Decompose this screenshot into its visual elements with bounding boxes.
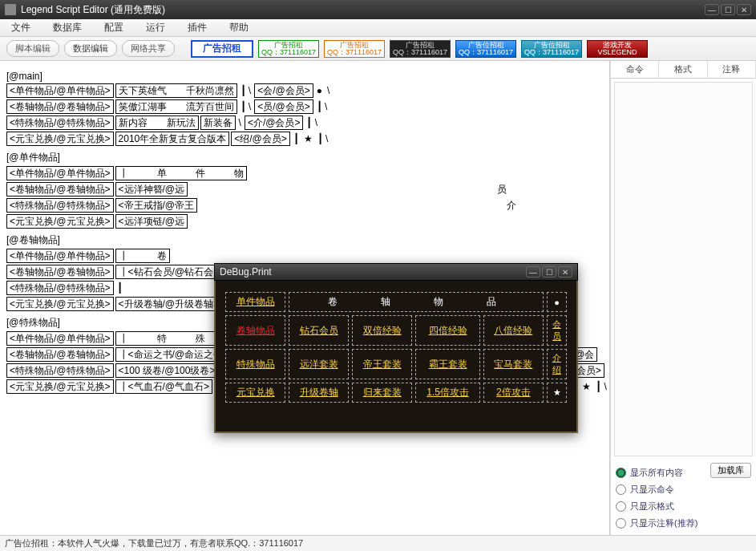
dbg-r2d[interactable]: 八倍经验: [483, 315, 544, 346]
opt-fmt[interactable]: 只显示格式: [616, 498, 751, 515]
cell-juan4[interactable]: <卷轴物品/@卷轴物品>: [6, 347, 114, 362]
dbg-r3d[interactable]: 宝马套装: [483, 349, 544, 379]
debug-window: DeBug.Print — ☐ ✕ 单件物品 卷 轴 物 品 ● 卷轴物品 钻石…: [214, 263, 578, 433]
workspace: [@main] <单件物品/@单件物品> 天下英雄气 千秋尚凛然 ┃ \ <会/…: [0, 61, 756, 535]
opt-cmt[interactable]: 只显示注释(推荐): [616, 515, 751, 532]
ad-6[interactable]: 广告位招租QQ：371116017: [521, 40, 582, 58]
cell-jianghu: 笑傲江湖事 流芳百世间: [115, 99, 237, 114]
cell-juan[interactable]: <卷轴物品/@卷轴物品>: [6, 99, 114, 114]
side-panel: 命令 格式 注释 加载库 显示所有内容 只显示命令 只显示格式 只显示注释(推荐…: [610, 61, 756, 535]
script-editor[interactable]: [@main] <单件物品/@单件物品> 天下英雄气 千秋尚凛然 ┃ \ <会/…: [0, 61, 610, 535]
ad-3[interactable]: 广告招租QQ：371116017: [324, 40, 385, 58]
dbg-r3b[interactable]: 帝王套装: [352, 349, 412, 379]
dbg-side2[interactable]: 会员: [547, 315, 567, 346]
cell-j100[interactable]: <100 级卷/@100级卷>: [115, 363, 219, 378]
section-juan: [@卷轴物品]: [6, 233, 603, 247]
cell-up[interactable]: <升级卷轴/@升级卷轴>: [115, 297, 223, 311]
cell-danji2[interactable]: <单件物品/@单件物品>: [6, 166, 114, 180]
cell-teshu[interactable]: <特殊物品/@特殊物品>: [6, 115, 114, 130]
dbg-r2b[interactable]: 双倍经验: [352, 315, 412, 346]
debug-close[interactable]: ✕: [558, 266, 572, 278]
radio-cmd[interactable]: [616, 484, 626, 495]
cell-jie[interactable]: <介/@会员>: [245, 115, 304, 130]
dot: ●: [315, 85, 324, 96]
window-title: Legend Script Editor (通用免费版): [21, 3, 165, 17]
dbg-r4a[interactable]: 升级卷轴: [289, 383, 349, 403]
debug-maximize[interactable]: ☐: [542, 266, 556, 278]
dbg-r4c1[interactable]: 元宝兑换: [225, 383, 285, 403]
toolbar: 脚本编辑 数据编辑 网络共享 广告招租 广告招租QQ：371116017 广告招…: [0, 37, 756, 61]
dbg-side1: ●: [547, 292, 567, 312]
cell-yuanbao2[interactable]: <元宝兑换/@元宝兑换>: [6, 214, 114, 229]
cell-yb4[interactable]: <元宝兑换/@元宝兑换>: [6, 379, 114, 394]
dbg-r1c1[interactable]: 单件物品: [225, 292, 285, 312]
cell-diwang[interactable]: <帝王戒指/@帝王: [115, 198, 198, 213]
dbg-r4c[interactable]: 1.5倍攻击: [415, 383, 480, 403]
tab-network-share[interactable]: 网络共享: [122, 40, 175, 57]
radio-all[interactable]: [616, 468, 626, 478]
tail: ┃ \: [239, 85, 253, 96]
maximize-button[interactable]: ☐: [721, 4, 735, 15]
debug-titlebar[interactable]: DeBug.Print — ☐ ✕: [214, 263, 578, 281]
cell-qixue[interactable]: ┃<气血石/@气血石>: [115, 379, 213, 394]
menu-file[interactable]: 文件: [0, 21, 42, 34]
cell-hero: 天下英雄气 千秋尚凛然: [115, 83, 237, 98]
opt-all[interactable]: 显示所有内容: [616, 464, 710, 481]
menu-run[interactable]: 运行: [135, 21, 176, 34]
dbg-side4: ★: [547, 383, 567, 403]
ad-7[interactable]: 游戏开发VSLEGEND: [587, 40, 648, 58]
cell-juan3[interactable]: <卷轴物品/@卷轴物品>: [6, 265, 114, 279]
cell-teshu2[interactable]: <特殊物品/@特殊物品>: [6, 198, 114, 213]
load-lib-button[interactable]: 加载库: [710, 463, 751, 478]
cell-teshu4[interactable]: <特殊物品/@特殊物品>: [6, 363, 114, 378]
menu-plugins[interactable]: 插件: [176, 21, 218, 34]
section-main: [@main]: [6, 71, 603, 82]
debug-title: DeBug.Print: [220, 266, 272, 278]
cell-yuanbao[interactable]: <元宝兑换/@元宝兑换>: [6, 132, 114, 146]
dbg-r3a[interactable]: 远洋套装: [289, 349, 349, 379]
side-list[interactable]: [614, 82, 753, 456]
dbg-r3c1[interactable]: 特殊物品: [225, 349, 285, 379]
menu-config[interactable]: 配置: [93, 21, 135, 34]
tab-data-edit[interactable]: 数据编辑: [64, 40, 117, 57]
side-tab-cmd[interactable]: 命令: [611, 61, 659, 78]
cell-teshu3[interactable]: <特殊物品/@特殊物品>: [6, 281, 114, 295]
cell-danji4[interactable]: <单件物品/@单件物品>: [6, 331, 114, 346]
cell-2010: 2010年全新复古复合版本: [115, 132, 230, 146]
dbg-r1c2: 卷 轴 物 品: [289, 292, 544, 312]
ad-2[interactable]: 广告招租QQ：371116017: [258, 40, 319, 58]
opt-cmd[interactable]: 只显示命令: [616, 481, 751, 498]
cell-yuanxiang[interactable]: <远洋神簪/@远: [115, 182, 188, 196]
radio-fmt[interactable]: [616, 501, 626, 512]
status-bar: 广告位招租：本软件人气火爆，下载量已过万，有意者联系QQ.：371116017: [0, 535, 756, 551]
ad-4[interactable]: 广告招租QQ：371116017: [390, 40, 451, 58]
side-tab-cmt[interactable]: 注释: [708, 61, 756, 78]
cell-hui[interactable]: <会/@会员>: [254, 83, 313, 98]
close-button[interactable]: ✕: [737, 4, 751, 15]
cell-shao[interactable]: <绍/@会员>: [231, 132, 290, 146]
cell-danji-head: ┃ 单 件 物: [115, 166, 247, 180]
radio-cmt[interactable]: [616, 518, 626, 529]
dbg-r2c1[interactable]: 卷轴物品: [225, 315, 285, 346]
cell-new1: 新内容 新玩法: [115, 115, 199, 130]
dbg-r4d[interactable]: 2倍攻击: [483, 383, 544, 403]
dbg-r2c[interactable]: 四倍经验: [415, 315, 480, 346]
ad-main[interactable]: 广告招租: [191, 40, 253, 58]
cell-yb3[interactable]: <元宝兑换/@元宝兑换>: [6, 297, 114, 311]
menu-help[interactable]: 帮助: [218, 21, 260, 34]
cell-danji3[interactable]: <单件物品/@单件物品>: [6, 249, 114, 263]
menu-database[interactable]: 数据库: [42, 21, 93, 34]
dbg-r2a[interactable]: 钻石会员: [289, 315, 349, 346]
cell-danji[interactable]: <单件物品/@单件物品>: [6, 83, 114, 98]
cell-juan2[interactable]: <卷轴物品/@卷轴物品>: [6, 182, 114, 196]
dbg-r4b[interactable]: 归来套装: [352, 383, 412, 403]
cell-xianglian[interactable]: <远洋项链/@远: [115, 214, 188, 229]
tab-script-edit[interactable]: 脚本编辑: [6, 40, 59, 57]
ad-5[interactable]: 广告位招租QQ：371116017: [455, 40, 516, 58]
debug-minimize[interactable]: —: [526, 266, 540, 278]
dbg-side3[interactable]: 介绍: [547, 349, 567, 379]
dbg-r3c[interactable]: 霸王套装: [415, 349, 480, 379]
minimize-button[interactable]: —: [705, 4, 719, 15]
side-tab-fmt[interactable]: 格式: [659, 61, 707, 78]
cell-yuan[interactable]: <员/@会员>: [254, 99, 313, 114]
